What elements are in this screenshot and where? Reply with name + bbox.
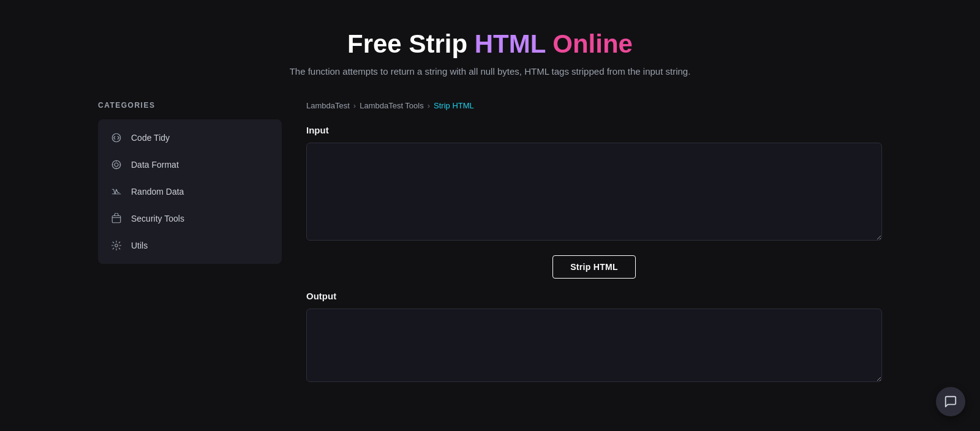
title-part1: Free Strip: [347, 29, 475, 58]
breadcrumb-sep-1: ›: [353, 101, 356, 110]
code-tidy-icon: [110, 132, 123, 144]
sidebar: CATEGORIES Code Tidy: [98, 101, 282, 384]
categories-label: CATEGORIES: [98, 101, 282, 110]
breadcrumb: LambdaTest › LambdaTest Tools › Strip HT…: [306, 101, 882, 110]
security-tools-icon: [110, 212, 123, 225]
random-data-icon: [110, 186, 123, 198]
sidebar-item-random-data[interactable]: Random Data: [98, 178, 282, 205]
sidebar-item-security-tools[interactable]: Security Tools: [98, 205, 282, 232]
input-textarea[interactable]: [306, 143, 882, 241]
sidebar-nav: Code Tidy Data Format: [98, 119, 282, 264]
output-textarea[interactable]: [306, 309, 882, 382]
chat-icon: [944, 395, 957, 408]
title-part3: Online: [546, 29, 633, 58]
sidebar-item-data-format-label: Data Format: [131, 160, 179, 170]
breadcrumb-current: Strip HTML: [434, 101, 474, 110]
svg-point-4: [115, 244, 118, 247]
data-format-icon: [110, 159, 123, 171]
breadcrumb-lambdatest-tools[interactable]: LambdaTest Tools: [360, 101, 424, 110]
output-label: Output: [306, 291, 882, 301]
strip-html-button[interactable]: Strip HTML: [552, 255, 636, 279]
sidebar-item-data-format[interactable]: Data Format: [98, 151, 282, 178]
sidebar-item-code-tidy[interactable]: Code Tidy: [98, 124, 282, 151]
sidebar-item-security-tools-label: Security Tools: [131, 214, 184, 223]
sidebar-item-code-tidy-label: Code Tidy: [131, 133, 170, 143]
utils-icon: [110, 239, 123, 252]
title-part2: HTML: [475, 29, 546, 58]
breadcrumb-lambdatest[interactable]: LambdaTest: [306, 101, 350, 110]
svg-rect-3: [112, 216, 121, 223]
sidebar-item-utils-label: Utils: [131, 241, 148, 250]
main-content: LambdaTest › LambdaTest Tools › Strip HT…: [306, 101, 882, 384]
page-header: Free Strip HTML Online The function atte…: [0, 0, 980, 101]
chat-bubble-button[interactable]: [936, 387, 965, 416]
sidebar-item-utils[interactable]: Utils: [98, 232, 282, 259]
svg-point-2: [115, 163, 118, 167]
header-subtitle: The function attempts to return a string…: [12, 66, 968, 77]
input-label: Input: [306, 125, 882, 135]
page-title: Free Strip HTML Online: [12, 29, 968, 59]
sidebar-item-random-data-label: Random Data: [131, 187, 184, 197]
button-row: Strip HTML: [306, 255, 882, 279]
main-layout: CATEGORIES Code Tidy: [61, 101, 919, 409]
breadcrumb-sep-2: ›: [428, 101, 430, 110]
